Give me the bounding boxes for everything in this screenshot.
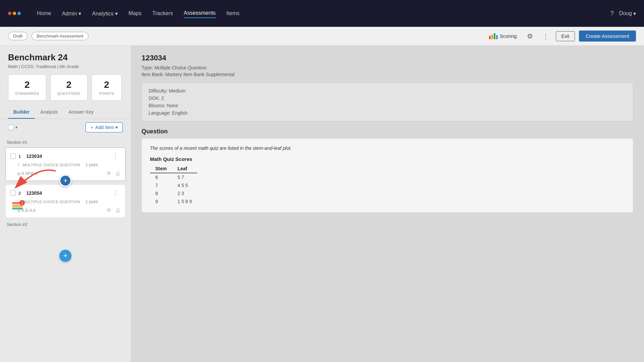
nav-assessments[interactable]: Assessments	[184, 9, 216, 18]
create-assessment-button[interactable]: Create Assessment	[579, 31, 636, 42]
stat-questions: 2 QUESTIONS	[50, 74, 88, 101]
item-detail-bank: Item Bank: Mastery Item Bank Supplementa…	[142, 72, 633, 77]
draft-badge[interactable]: Draft	[8, 32, 28, 40]
nav-analytics[interactable]: Analytics ▾	[92, 9, 117, 18]
question-label: Question	[142, 128, 633, 135]
nav-admin[interactable]: Admin ▾	[62, 9, 82, 18]
points-value: 2	[99, 79, 115, 90]
stem-9: 9	[150, 197, 172, 205]
nav-items[interactable]: Items	[226, 9, 239, 18]
tab-analysis[interactable]: Analysis	[35, 106, 63, 119]
nav-trackers[interactable]: Trackers	[152, 9, 173, 18]
user-menu[interactable]: Doug ▾	[619, 10, 636, 17]
leaf-6: 5 7	[172, 173, 197, 181]
help-icon[interactable]: ?	[610, 10, 614, 17]
table-row: 7 4 5 5	[150, 181, 197, 189]
points-label: POINTS	[99, 92, 115, 96]
tab-answer-key[interactable]: Answer Key	[63, 106, 99, 119]
main-area: Benchmark 24 Math | CCSS: Traditional | …	[0, 46, 644, 362]
item-2-header: 2 123054 ⋮	[10, 189, 120, 197]
navbar: Home Admin ▾ Analytics ▾ Maps Trackers A…	[0, 0, 644, 27]
more-options-icon[interactable]: ⋮	[540, 31, 552, 42]
add-item-plus-icon: +	[91, 125, 93, 130]
item-2-points: 1 point	[86, 199, 98, 204]
left-panel: Benchmark 24 Math | CCSS: Traditional | …	[0, 46, 131, 362]
stats-row: 2 STANDARDS 2 QUESTIONS 2 POINTS	[0, 74, 131, 106]
scoring-bar-4	[496, 35, 498, 39]
app-logo[interactable]	[8, 12, 21, 15]
item-1-header: 1 123034 ⋮	[10, 152, 120, 161]
item-1-id: 123034	[26, 154, 42, 159]
item-1-more-icon[interactable]: ⋮	[110, 152, 120, 161]
nav-maps[interactable]: Maps	[128, 9, 142, 18]
blooms-row: Blooms: None	[149, 103, 626, 108]
subheader: Draft Benchmark Assessment Scoring ⚙ ⋮ E…	[0, 27, 644, 46]
item-2-checkbox[interactable]	[10, 190, 16, 196]
title-area: Benchmark 24 Math | CCSS: Traditional | …	[0, 46, 131, 74]
tabs-row: Builder Analysis Answer Key	[0, 106, 131, 119]
item-1-drag-handle[interactable]: ⠿	[17, 163, 20, 167]
user-name: Doug	[619, 10, 632, 16]
item-1-type-row: ⠿ MULTIPLE CHOICE QUESTION 1 point	[10, 163, 120, 167]
settings-icon[interactable]: ⚙	[524, 31, 536, 42]
scoring-bar-1	[489, 36, 491, 39]
item-1-standard: ◎ 6.SP.B.4	[17, 171, 37, 176]
item-1-print-icon[interactable]: 🖨	[115, 171, 120, 177]
dok-row: DOK: 2	[149, 96, 626, 101]
stat-points: 2 POINTS	[92, 74, 122, 101]
section-1-label: Section #1	[5, 140, 125, 145]
item-card-1[interactable]: 1 123034 ⋮ ⠿ MULTIPLE CHOICE QUESTION 1 …	[5, 147, 125, 181]
scoring-bar-3	[494, 33, 495, 39]
item-1-actions: 👁 🖨	[106, 171, 120, 177]
standard-icon-1: ◎	[17, 171, 20, 176]
leaf-8: 2 3	[172, 189, 197, 197]
item-1-checkbox[interactable]	[10, 154, 16, 159]
item-2-more-icon[interactable]: ⋮	[110, 189, 120, 197]
select-all-area: ▾	[8, 125, 17, 130]
stem-leaf-table: Stem Leaf 6 5 7 7 4 5 5 8 2 3	[150, 165, 197, 205]
section-2-add-button[interactable]: +	[59, 250, 71, 262]
scoring-button[interactable]: Scoring	[486, 31, 520, 41]
leaf-9: 1 5 8 9	[172, 197, 197, 205]
nav-home[interactable]: Home	[37, 9, 51, 18]
standards-value: 2	[15, 79, 39, 90]
layers-icon[interactable]: 1	[12, 202, 23, 209]
table-row: 6 5 7	[150, 173, 197, 181]
scoring-icon	[489, 33, 498, 39]
layers-badge: 1	[19, 200, 25, 205]
logo-dot-yellow	[13, 12, 16, 15]
table-row: 8 2 3	[150, 189, 197, 197]
standards-label: STANDARDS	[15, 92, 39, 96]
item-1-eye-icon[interactable]: 👁	[106, 171, 112, 177]
tab-builder[interactable]: Builder	[8, 106, 35, 119]
leaf-7: 4 5 5	[172, 181, 197, 189]
item-2-eye-icon[interactable]: 👁	[106, 207, 112, 214]
add-item-label: Add Item ▾	[95, 125, 118, 130]
item-2-footer: ◎ 6.G.A.4 👁 🖨	[10, 207, 120, 214]
item-1-standard-text: 6.SP.B.4	[22, 171, 37, 176]
stem-header: Stem	[150, 165, 172, 173]
item-2-print-icon[interactable]: 🖨	[115, 207, 120, 214]
item-1-type: MULTIPLE CHOICE QUESTION	[23, 163, 80, 167]
scoring-label: Scoring	[500, 33, 517, 39]
item-2-id: 123054	[26, 190, 42, 196]
item-1-points: 1 point	[86, 163, 98, 167]
exit-button[interactable]: Exit	[556, 31, 575, 41]
select-all-chevron[interactable]: ▾	[15, 125, 17, 130]
right-panel: 123034 Type: Multiple Choice Question It…	[131, 46, 644, 362]
logo-dot-red	[8, 12, 11, 15]
assessment-title: Benchmark 24	[8, 52, 123, 63]
select-all-checkbox[interactable]	[8, 125, 13, 130]
assessment-meta: Math | CCSS: Traditional | 6th Grade	[8, 64, 123, 69]
section-2-label: Section #2	[5, 222, 125, 227]
question-text: The scores of a recent math quiz are lis…	[150, 145, 625, 151]
add-item-button[interactable]: + Add Item ▾	[86, 122, 123, 132]
stem-8: 8	[150, 189, 172, 197]
leaf-header: Leaf	[172, 165, 197, 173]
item-2-standard-text: 6.G.A.4	[22, 208, 36, 213]
stem-6: 6	[150, 173, 172, 181]
stem-7: 7	[150, 181, 172, 189]
assessment-type-badge[interactable]: Benchmark Assessment	[32, 32, 88, 40]
add-between-items-button[interactable]: +	[59, 175, 71, 187]
item-detail-box: Difficulty: Medium DOK: 2 Blooms: None L…	[142, 82, 633, 121]
